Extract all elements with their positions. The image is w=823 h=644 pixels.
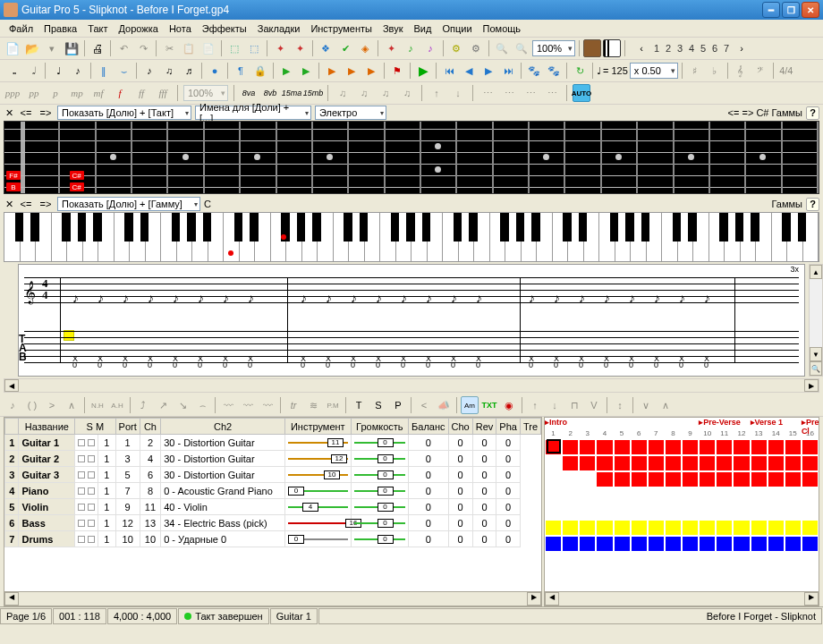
fx-s[interactable]: S [369, 396, 387, 414]
beam-d[interactable]: ♫ [398, 84, 416, 102]
fx-dim[interactable]: 📣 [435, 396, 453, 414]
open-button[interactable]: 📂 [23, 39, 41, 57]
goto-2[interactable]: 2 [663, 43, 674, 54]
fx-bend[interactable]: ⤴ [134, 396, 152, 414]
note-dur-b[interactable]: ♫ [160, 62, 178, 80]
tool-e[interactable]: ✦ [382, 39, 400, 57]
track-row[interactable]: 7Drums 110100 - Ударные 0000000 [5, 531, 541, 547]
undo-button[interactable]: ↶ [115, 39, 132, 57]
menu-track[interactable]: Дорожка [114, 21, 164, 36]
text-button[interactable]: TXT [480, 396, 498, 414]
piano-show-select[interactable]: Показать [Долю] + [Гамму] [57, 197, 200, 211]
misc-b[interactable]: ⋯ [500, 84, 518, 102]
menu-file[interactable]: Файл [4, 21, 38, 36]
track-row[interactable]: 6Bass 1121334 - Electric Bass (pick)1600… [5, 515, 541, 531]
chord-button[interactable]: Am [461, 396, 479, 414]
track-row[interactable]: 4Piano 1780 - Acoustic Grand Piano000000 [5, 483, 541, 499]
flat-button[interactable]: ♭ [706, 62, 724, 80]
arrange-row[interactable] [545, 439, 819, 455]
loop-button[interactable]: ↻ [571, 62, 589, 80]
fx-haccent[interactable]: ∧ [63, 396, 81, 414]
score-hscroll[interactable]: ◀▶ [4, 378, 819, 393]
tool-b[interactable]: ✦ [291, 39, 309, 57]
fretboard-toggle[interactable] [583, 39, 601, 57]
note-whole[interactable]: 𝅝 [4, 62, 21, 80]
score-view[interactable]: 𝄞 4 4 3x TAB ♪X0♪X0♪X0♪X0♪X0♪X0♪X0♪X0♪X0… [18, 264, 805, 377]
arrange-row[interactable] [545, 536, 819, 552]
pick-u[interactable]: ⊓ [565, 396, 583, 414]
menu-view[interactable]: Вид [409, 21, 437, 36]
repeat-b[interactable]: ▶ [297, 62, 315, 80]
track-mixer[interactable]: НазваниеS MPortChCh2ИнструментГромкостьБ… [4, 417, 542, 606]
note-dur-c[interactable]: ♬ [180, 62, 198, 80]
menu-bookmarks[interactable]: Закладки [252, 21, 306, 36]
dyn-ff[interactable]: ff [132, 84, 150, 102]
prev-button[interactable]: ◀ [460, 62, 478, 80]
next-button[interactable]: ▶ [479, 62, 497, 80]
note-half[interactable]: 𝅗𝅥 [23, 62, 41, 80]
goto-7[interactable]: 7 [721, 43, 732, 54]
stem-down[interactable]: ↓ [449, 84, 467, 102]
fret-show-select[interactable]: Показать [Долю] + [Такт] [57, 106, 191, 120]
bar-button[interactable]: ¶ [232, 62, 250, 80]
fx-tap[interactable]: ≋ [304, 396, 322, 414]
redo-button[interactable]: ↷ [134, 39, 152, 57]
piano-nav-right[interactable]: => [38, 198, 54, 210]
zoom-select[interactable]: 100% [532, 40, 575, 56]
fret-help[interactable]: ? [806, 106, 819, 120]
zoom-out-button[interactable]: 🔍 [493, 39, 511, 57]
piano-keyboard[interactable] [4, 212, 819, 262]
arrange-row[interactable] [545, 504, 819, 520]
goto-5[interactable]: 5 [698, 43, 708, 54]
pick-d[interactable]: V [585, 396, 603, 414]
misc-a[interactable]: ⋯ [479, 84, 496, 102]
menu-tools[interactable]: Инструменты [305, 21, 378, 36]
piano-help[interactable]: ? [806, 198, 819, 211]
sharp-button[interactable]: ♯ [686, 62, 704, 80]
fx-slide-u[interactable]: ↗ [154, 396, 172, 414]
fx-cresc[interactable]: < [415, 396, 433, 414]
fx-ghost[interactable]: ( ) [23, 396, 41, 414]
menu-options[interactable]: Опции [437, 21, 477, 36]
fret-nav-right[interactable]: => [38, 106, 54, 119]
tool-d[interactable]: ◈ [356, 39, 374, 57]
zoom-icon[interactable]: 🔍 [810, 361, 822, 376]
15mb-button[interactable]: 15mb [304, 84, 322, 102]
dot-button[interactable]: ● [206, 62, 224, 80]
goto-6[interactable]: 6 [709, 43, 720, 54]
menu-note[interactable]: Нота [164, 21, 197, 36]
track-row[interactable]: 2Guitar 2 13430 - Distortion Guitar12000… [5, 451, 541, 467]
track-row[interactable]: 5Violin 191140 - Violin400000 [5, 499, 541, 515]
8va-button[interactable]: 8va [240, 84, 258, 102]
tool-f[interactable]: ♪ [402, 39, 420, 57]
page-button[interactable]: ⬚ [245, 39, 263, 57]
beam-a[interactable]: ♫ [334, 84, 352, 102]
marker-a[interactable]: ▶ [323, 62, 341, 80]
8vb-button[interactable]: 8vb [261, 84, 279, 102]
tool-a[interactable]: ✦ [271, 39, 289, 57]
browse-button[interactable]: ▾ [43, 39, 61, 57]
fret-names-select[interactable]: Имена для [Доли] + [...] [195, 106, 311, 120]
dyn-fff[interactable]: fff [154, 84, 172, 102]
dyn-p[interactable]: p [47, 84, 64, 102]
dyn-pct[interactable]: 100% [183, 85, 228, 101]
maximize-button[interactable]: ❐ [782, 2, 800, 18]
save-button[interactable]: 💾 [63, 39, 81, 57]
fx-trill[interactable]: tr [284, 396, 302, 414]
menu-bar[interactable]: Такт [82, 21, 113, 36]
tool-h[interactable]: ⚙ [447, 39, 465, 57]
goto-3[interactable]: 3 [675, 43, 685, 54]
tool-i[interactable]: ⚙ [467, 39, 485, 57]
metronome-button[interactable]: 🐾 [525, 62, 543, 80]
fx-ah[interactable]: A.H [108, 396, 126, 414]
clef-b[interactable]: 𝄢 [751, 62, 769, 80]
lock-button[interactable]: 🔒 [251, 62, 269, 80]
fx-accent[interactable]: > [43, 396, 61, 414]
props-button[interactable]: ⬚ [225, 39, 243, 57]
fret-nav-left[interactable]: <= [18, 106, 34, 119]
auto-button[interactable]: AUTO [573, 84, 590, 102]
stroke-d[interactable]: ↓ [546, 396, 564, 414]
tool-c[interactable]: ❖ [317, 39, 335, 57]
goto-next[interactable]: › [733, 39, 751, 57]
fx-t[interactable]: T [350, 396, 368, 414]
